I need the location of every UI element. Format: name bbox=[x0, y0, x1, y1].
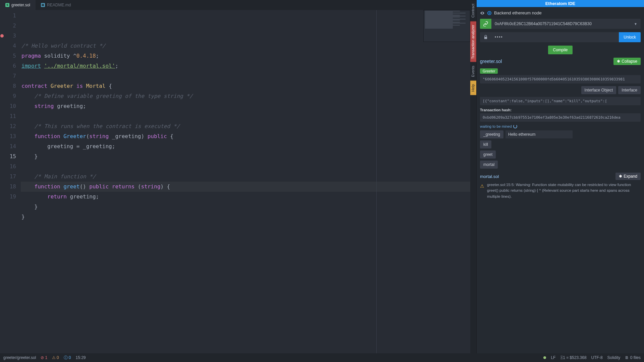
minimap[interactable] bbox=[423, 10, 470, 42]
status-errors[interactable]: ⊘1 bbox=[41, 355, 47, 360]
side-tab-help[interactable]: Help bbox=[470, 80, 476, 95]
compiled-file-name: greeter.sol bbox=[480, 59, 502, 64]
code-line[interactable]: contract Greeter is Mortal { bbox=[21, 81, 470, 91]
eye-icon bbox=[480, 11, 485, 15]
expand-icon: ✱ bbox=[619, 174, 622, 179]
tab-label: README.md bbox=[47, 3, 71, 7]
collapse-icon: ✱ bbox=[617, 59, 620, 64]
tab-README-md[interactable]: ▤README.md bbox=[36, 0, 76, 10]
code-line[interactable]: pragma solidity ^0.4.18; bbox=[21, 51, 470, 61]
compile-button[interactable]: Compile bbox=[548, 46, 572, 54]
side-tab-transaction-analyzer[interactable]: Transaction analyzer bbox=[470, 21, 476, 62]
connection-dot-icon bbox=[543, 356, 546, 359]
node-label: Backend ethereum node bbox=[494, 10, 542, 15]
fn-button-_greeting[interactable]: _greeting bbox=[480, 130, 503, 138]
tab-bar: Sgreeter.sol▤README.md bbox=[0, 0, 470, 10]
warning-text: greeter.sol:15:5: Warning: Function stat… bbox=[487, 182, 641, 199]
code-line[interactable]: /* Hello world contract */ bbox=[21, 41, 470, 51]
code-line[interactable]: function greet() public returns (string)… bbox=[21, 182, 470, 192]
code-line[interactable]: string greeting; bbox=[21, 101, 470, 111]
code-line[interactable]: import '../mortal/mortal.sol'; bbox=[21, 61, 470, 71]
code-line[interactable]: } bbox=[21, 202, 470, 212]
expand-button[interactable]: ✱ Expand bbox=[615, 173, 641, 180]
collapse-button[interactable]: ✱ Collapse bbox=[613, 58, 641, 65]
link-icon bbox=[480, 19, 491, 29]
status-lf[interactable]: LF bbox=[551, 355, 555, 360]
mining-status: waiting to be mined bbox=[480, 124, 641, 128]
etheratom-panel: Etheratom IDE Backend ethereum node 0xAF… bbox=[476, 0, 644, 353]
status-info[interactable]: ⓘ0 bbox=[64, 355, 71, 361]
fn-input-_greeting[interactable] bbox=[505, 130, 573, 138]
code-line[interactable] bbox=[21, 71, 470, 81]
mortal-file-name: mortal.sol bbox=[480, 174, 499, 179]
code-line[interactable]: function Greeter(string _greeting) publi… bbox=[21, 131, 470, 141]
status-bar: greeter/greeter.sol ⊘1 ⚠0 ⓘ0 15:29 LF Ξ1… bbox=[0, 353, 644, 362]
code-line[interactable]: } bbox=[21, 152, 470, 162]
panel-title: Etheratom IDE bbox=[477, 0, 644, 7]
spinner-icon bbox=[513, 124, 517, 128]
ruler bbox=[376, 10, 377, 353]
code-line[interactable]: greeting = _greeting; bbox=[21, 141, 470, 152]
md-file-icon: ▤ bbox=[41, 3, 45, 7]
code-line[interactable] bbox=[21, 162, 470, 172]
code-line[interactable]: /* This runs when the contract is execut… bbox=[21, 121, 470, 131]
fn-button-kill[interactable]: kill bbox=[480, 140, 491, 148]
status-lang[interactable]: Solidity bbox=[607, 355, 621, 360]
tab-greeter-sol[interactable]: Sgreeter.sol bbox=[0, 0, 36, 10]
password-input[interactable] bbox=[491, 32, 619, 42]
side-tab-events[interactable]: Events bbox=[470, 62, 476, 80]
sol-file-icon: S bbox=[5, 3, 9, 7]
side-tabs: ContractTransaction analyzerEventsHelp bbox=[470, 0, 476, 353]
txhash-label: Transaction hash: bbox=[480, 108, 641, 112]
bytecode-box[interactable]: "6060604052341561000f57600000fd5b6040516… bbox=[480, 75, 641, 83]
unlock-button[interactable]: Unlock bbox=[619, 32, 641, 42]
code-line[interactable] bbox=[21, 111, 470, 121]
lock-icon bbox=[480, 32, 491, 42]
warning-icon: ⚠ bbox=[480, 182, 484, 199]
code-line[interactable]: /* Main function */ bbox=[21, 172, 470, 182]
node-radio[interactable] bbox=[487, 11, 491, 15]
status-encoding[interactable]: UTF-8 bbox=[591, 355, 603, 360]
code-line[interactable]: return greeting; bbox=[21, 192, 470, 202]
status-cursor[interactable]: 15:29 bbox=[75, 355, 86, 360]
txhash-box[interactable]: 0xbd06209a327cbb97551e7106ef3a805e3e30ef… bbox=[480, 113, 641, 122]
breakpoint-icon[interactable] bbox=[0, 34, 4, 38]
status-warnings[interactable]: ⚠0 bbox=[52, 355, 59, 360]
status-balance[interactable]: Ξ1 = $523.368 bbox=[560, 355, 586, 360]
code-editor[interactable]: 12345678910111213141516171819 /* Hello w… bbox=[0, 10, 470, 353]
abi-box[interactable]: [{"constant":false,"inputs":[],"name":"k… bbox=[480, 97, 641, 105]
contract-badge: Greeter bbox=[480, 68, 498, 74]
tab-label: greeter.sol bbox=[11, 3, 30, 7]
account-select[interactable]: 0xAF8fc0cE26C12B64a0075711941C548D79C63B… bbox=[491, 19, 641, 29]
line-gutter: 12345678910111213141516171819 bbox=[4, 10, 21, 353]
code-line[interactable]: } bbox=[21, 212, 470, 222]
status-path[interactable]: greeter/greeter.sol bbox=[3, 355, 36, 360]
fn-button-greet[interactable]: greet bbox=[480, 150, 496, 159]
side-tab-contract[interactable]: Contract bbox=[470, 0, 476, 21]
chevron-down-icon: ▼ bbox=[634, 22, 637, 26]
code-line[interactable] bbox=[21, 222, 470, 232]
interface-object-button[interactable]: Interface Object bbox=[581, 86, 616, 94]
status-files[interactable]: 🗎 0 files bbox=[625, 355, 641, 360]
fn-button-mortal[interactable]: mortal bbox=[480, 161, 498, 169]
interface-button[interactable]: Interface bbox=[618, 86, 641, 94]
code-line[interactable]: /* Define variable greeting of the type … bbox=[21, 91, 470, 101]
